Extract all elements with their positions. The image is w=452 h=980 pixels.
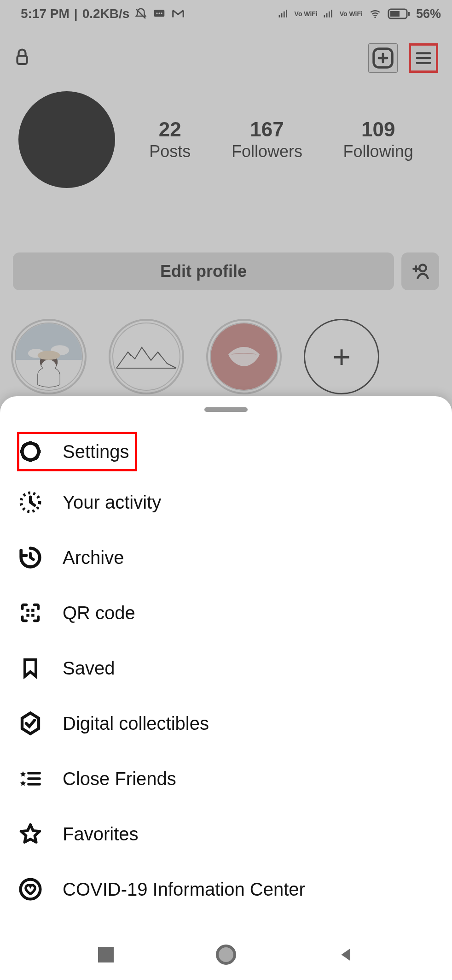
- gear-icon: [17, 438, 44, 465]
- menu-label: Settings: [63, 441, 129, 462]
- hexagon-check-icon: [17, 710, 44, 737]
- svg-rect-19: [31, 614, 35, 617]
- menu-label: Digital collectibles: [63, 713, 209, 734]
- menu-item-saved[interactable]: Saved: [14, 640, 438, 696]
- menu-label: Saved: [63, 658, 115, 679]
- menu-item-settings[interactable]: Settings: [14, 428, 140, 475]
- star-list-icon: [17, 765, 44, 792]
- bottom-sheet: Settings Your activity Archive QR code S: [0, 396, 452, 980]
- menu-item-qr-code[interactable]: QR code: [14, 585, 438, 640]
- menu-label: Your activity: [63, 492, 161, 513]
- menu-label: Favorites: [63, 824, 139, 845]
- bookmark-icon: [17, 654, 44, 682]
- star-icon: [17, 820, 44, 848]
- menu-item-digital-collectibles[interactable]: Digital collectibles: [14, 696, 438, 751]
- menu-label: QR code: [63, 603, 135, 623]
- menu-item-archive[interactable]: Archive: [14, 530, 438, 585]
- menu-item-favorites[interactable]: Favorites: [14, 806, 438, 862]
- nav-home-button[interactable]: [214, 943, 238, 966]
- activity-icon: [17, 488, 44, 516]
- svg-rect-16: [26, 609, 29, 612]
- sheet-drag-handle[interactable]: [204, 407, 248, 412]
- nav-back-button[interactable]: [335, 943, 358, 966]
- svg-rect-17: [31, 609, 35, 612]
- android-nav-bar: [0, 929, 452, 980]
- menu-label: COVID-19 Information Center: [63, 879, 305, 900]
- menu-item-covid-info[interactable]: COVID-19 Information Center: [14, 862, 438, 917]
- menu-item-close-friends[interactable]: Close Friends: [14, 751, 438, 806]
- menu-item-your-activity[interactable]: Your activity: [14, 475, 438, 530]
- menu-label: Archive: [63, 547, 124, 568]
- svg-rect-18: [26, 614, 29, 617]
- qr-code-icon: [17, 599, 44, 627]
- heart-circle-icon: [17, 875, 44, 903]
- nav-recent-button[interactable]: [94, 943, 117, 966]
- archive-icon: [17, 544, 44, 571]
- svg-point-20: [21, 880, 41, 899]
- menu-list: Settings Your activity Archive QR code S: [0, 428, 452, 917]
- menu-label: Close Friends: [63, 769, 176, 789]
